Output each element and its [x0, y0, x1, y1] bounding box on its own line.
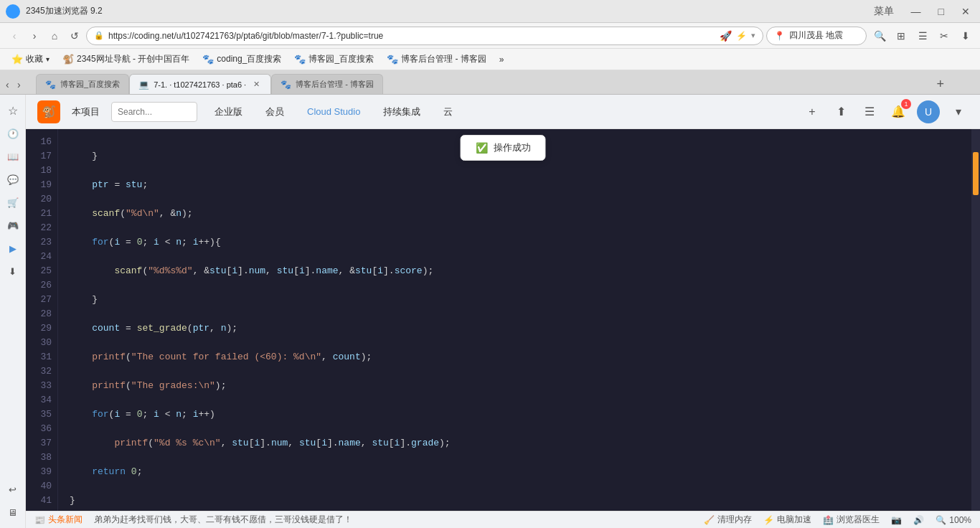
code-line-19: for(i = 0; i < n; i++){: [70, 235, 960, 250]
cloud-studio-nav-item[interactable]: Cloud Studio: [301, 103, 366, 120]
browser-search-bar[interactable]: 📍 四川茂县 地震: [766, 27, 867, 45]
bookmark-item-2345[interactable]: 🐒 2345网址导航 - 开创中国百年: [57, 51, 195, 67]
project-search-input[interactable]: [111, 102, 197, 122]
sidebar-icon-game[interactable]: 🎮: [3, 215, 23, 235]
line-num-36: 36: [26, 422, 52, 436]
menu-button[interactable]: 菜单: [870, 4, 898, 19]
clear-memory-button[interactable]: 🧹 清理内存: [704, 514, 752, 526]
tab-3[interactable]: 🐾 博客后台管理 - 博客园: [271, 74, 383, 94]
browser-doctor-button[interactable]: 🏥 浏览器医生: [823, 514, 880, 526]
zoom-level[interactable]: 🔍 100%: [936, 515, 971, 525]
tab-1[interactable]: 💻 7-1. · t1027421763 · pta6 · ✕: [129, 74, 271, 94]
project-selector[interactable]: 本项目: [72, 105, 100, 118]
bookmark-item-coding[interactable]: 🐾 coding_百度搜索: [197, 51, 287, 67]
code-line-26: printf("%d %s %c\n", stu[i].num, stu[i].…: [70, 436, 960, 451]
tab-close-1[interactable]: ✕: [250, 79, 262, 90]
add-button[interactable]: +: [802, 102, 822, 122]
line-num-22: 22: [26, 221, 52, 235]
line-num-28: 28: [26, 307, 52, 321]
volume-icon: 🔊: [913, 515, 924, 525]
clear-memory-icon: 🧹: [704, 515, 715, 525]
code-line-21: }: [70, 293, 960, 307]
line-num-18: 18: [26, 164, 52, 178]
bookmark-item-blog1[interactable]: 🐾 博客园_百度搜索: [288, 51, 380, 67]
bookmark-favicon-coding: 🐾: [202, 54, 214, 65]
sidebar-icon-download[interactable]: ⬇: [3, 261, 23, 281]
expand-arrow-icon[interactable]: ▾: [948, 102, 969, 122]
line-num-37: 37: [26, 436, 52, 451]
code-line-20: scanf("%d%s%d", &stu[i].num, stu[i].name…: [70, 264, 960, 278]
bookmark-favicon-2345: 🐒: [62, 54, 74, 65]
download-nav-button[interactable]: ⬇: [957, 27, 974, 44]
rocket-icon: 🚀: [720, 30, 732, 42]
tab-label-3: 博客后台管理 - 博客园: [296, 79, 374, 90]
line-num-32: 32: [26, 364, 52, 379]
sidebar-icon-clock[interactable]: 🕐: [3, 123, 23, 143]
address-bar[interactable]: 🔒 https://coding.net/u/t1027421763/p/pta…: [86, 27, 763, 45]
home-nav-button[interactable]: ⌂: [46, 27, 63, 44]
close-button[interactable]: ✕: [957, 4, 974, 19]
grid-view-button[interactable]: ⊞: [892, 27, 910, 44]
maximize-button[interactable]: □: [934, 4, 948, 19]
refresh-nav-button[interactable]: ↺: [66, 27, 83, 44]
bookmark-item-1[interactable]: ⭐ 收藏 ▾: [6, 51, 55, 67]
line-num-20: 20: [26, 192, 52, 207]
sidebar-icon-star[interactable]: ☆: [3, 100, 23, 121]
header-right: + ⬆ ☰ 🔔 1 U ▾: [802, 100, 969, 123]
sidebar-icon-video[interactable]: ▶: [3, 238, 23, 258]
sidebar-icon-shopping[interactable]: 🛒: [3, 192, 23, 212]
bookmark-arrow-1: ▾: [46, 55, 50, 63]
sidebar-icon-chat[interactable]: 💬: [3, 169, 23, 189]
sidebar-icon-back[interactable]: ↩: [3, 479, 23, 499]
news-link[interactable]: 📰 头条新闻: [34, 514, 83, 526]
sidebar-icon-bookmark[interactable]: 📖: [3, 146, 23, 166]
new-tab-button[interactable]: +: [936, 77, 944, 92]
tab-nav-left[interactable]: ‹: [6, 79, 9, 90]
speed-up-button[interactable]: ⚡ 电脑加速: [763, 514, 811, 526]
screenshot-button[interactable]: 📷: [891, 515, 902, 525]
member-nav-item[interactable]: 会员: [260, 103, 290, 121]
minimize-button[interactable]: —: [907, 4, 925, 19]
code-line-24: printf("The grades:\n");: [70, 379, 960, 393]
upload-button[interactable]: ⬆: [831, 102, 851, 122]
line-num-29: 29: [26, 321, 52, 336]
list-view-button[interactable]: ☰: [914, 27, 931, 44]
chevron-down-icon[interactable]: ▾: [751, 31, 755, 40]
clear-memory-label: 清理内存: [717, 514, 752, 526]
tab-label-1: 7-1. · t1027421763 · pta6 ·: [154, 80, 246, 89]
sidebar-icon-screen[interactable]: 🖥: [3, 502, 23, 522]
volume-button[interactable]: 🔊: [913, 515, 924, 525]
line-num-38: 38: [26, 451, 52, 465]
scrollbar-thumb[interactable]: [973, 152, 979, 195]
cloud-nav-item[interactable]: 云: [438, 103, 458, 121]
news-icon: 📰: [34, 515, 45, 525]
notification-button[interactable]: 🔔 1: [888, 102, 908, 122]
code-line-25: for(i = 0; i < n; i++): [70, 407, 960, 422]
magnifier-icon[interactable]: 🔍: [871, 27, 888, 44]
toast-success-icon: ✅: [476, 142, 488, 154]
forward-nav-button[interactable]: ›: [26, 27, 43, 44]
location-icon: 📍: [774, 31, 785, 41]
code-line-17: ptr = stu;: [70, 178, 960, 192]
app-layout: ☆ 🕐 📖 💬 🛒 🎮 ▶ ⬇ ↩ 🖥 🐒 本项目 企业版 会员 Cloud S…: [0, 95, 980, 528]
news-content: 弟弟为赶考找哥们钱，大哥、二哥有钱不愿借，三哥没钱硬是借了！: [94, 514, 352, 526]
user-avatar[interactable]: U: [917, 100, 940, 123]
bookmark-icon-1: ⭐: [11, 54, 23, 65]
project-label: 本项目: [72, 105, 100, 118]
bookmark-more-button[interactable]: »: [494, 52, 510, 67]
ci-nav-item[interactable]: 持续集成: [377, 103, 426, 121]
back-nav-button[interactable]: ‹: [6, 27, 23, 44]
tab-nav-right[interactable]: ›: [17, 79, 21, 90]
tabs-bar: ‹ › 🐾 博客园_百度搜索 💻 7-1. · t1027421763 · pt…: [0, 70, 980, 95]
tab-2[interactable]: 🐾 博客园_百度搜索: [36, 74, 129, 94]
scissors-icon[interactable]: ✂: [936, 27, 953, 44]
code-line-27: return 0;: [70, 465, 960, 479]
bookmark-item-blog2[interactable]: 🐾 博客后台管理 - 博客园: [381, 51, 492, 67]
menu-icon-button[interactable]: ☰: [859, 102, 880, 122]
vertical-scrollbar[interactable]: [971, 129, 980, 511]
code-line-23: printf("The count for failed (<60): %d\n…: [70, 350, 960, 364]
title-bar: 2345加速浏览器 9.2 菜单 — □ ✕: [0, 0, 980, 23]
enterprise-nav-item[interactable]: 企业版: [209, 103, 248, 121]
bookmark-label-blog2: 博客后台管理 - 博客园: [401, 53, 486, 65]
code-editor[interactable]: } ptr = stu; scanf("%d\n", &n); for(i = …: [58, 129, 971, 511]
